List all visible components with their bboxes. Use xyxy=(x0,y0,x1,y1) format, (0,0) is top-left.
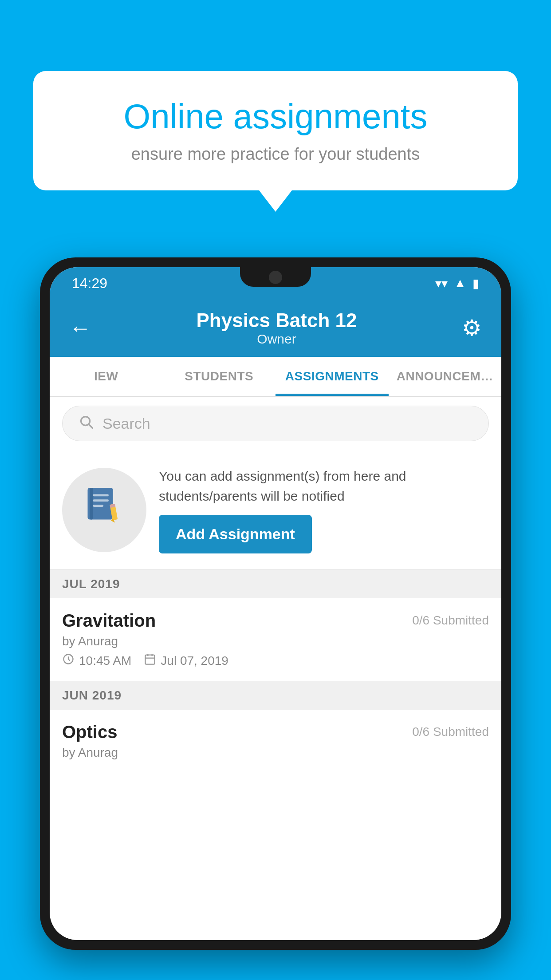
promo-icon-circle xyxy=(62,468,146,552)
tab-students[interactable]: STUDENTS xyxy=(163,357,276,396)
speech-bubble-card: Online assignments ensure more practice … xyxy=(33,71,518,190)
signal-icon: ▲ xyxy=(454,276,466,290)
tab-assignments[interactable]: ASSIGNMENTS xyxy=(276,357,389,396)
add-assignment-button[interactable]: Add Assignment xyxy=(159,515,312,553)
svg-line-1 xyxy=(89,424,92,428)
app-bar-title: Physics Batch 12 xyxy=(91,309,462,332)
assignment-submitted-optics: 0/6 Submitted xyxy=(412,722,489,739)
calendar-icon xyxy=(144,653,156,668)
phone-camera xyxy=(269,271,282,284)
tab-iew[interactable]: IEW xyxy=(50,357,163,396)
svg-rect-4 xyxy=(93,494,109,496)
month-header-jun: JUN 2019 xyxy=(50,681,501,710)
tabs-row: IEW STUDENTS ASSIGNMENTS ANNOUNCEM… xyxy=(50,357,501,397)
phone-mockup: 14:29 ▾▾ ▲ ▮ ← Physics Batch 12 Owner ⚙ xyxy=(40,257,511,980)
status-time: 14:29 xyxy=(72,275,107,292)
search-icon xyxy=(79,414,94,433)
status-icons: ▾▾ ▲ ▮ xyxy=(435,276,479,291)
meta-date-gravitation: Jul 07, 2019 xyxy=(144,653,228,668)
svg-rect-5 xyxy=(93,499,109,502)
assignment-item-optics[interactable]: Optics 0/6 Submitted by Anurag xyxy=(50,710,501,777)
promo-text: You can add assignment(s) from here and … xyxy=(159,466,489,506)
promo-content: You can add assignment(s) from here and … xyxy=(159,466,489,553)
settings-icon[interactable]: ⚙ xyxy=(462,315,482,341)
month-header-jul: JUL 2019 xyxy=(50,570,501,598)
assignment-name-gravitation: Gravitation xyxy=(62,611,156,631)
assignment-row1-optics: Optics 0/6 Submitted xyxy=(62,722,489,742)
notebook-icon xyxy=(83,485,126,535)
app-bar: ← Physics Batch 12 Owner ⚙ xyxy=(50,299,501,357)
clock-icon xyxy=(62,653,75,668)
assignment-item-gravitation[interactable]: Gravitation 0/6 Submitted by Anurag 10:4… xyxy=(50,598,501,681)
meta-time-gravitation: 10:45 AM xyxy=(62,653,131,668)
battery-icon: ▮ xyxy=(472,276,479,291)
app-bar-title-section: Physics Batch 12 Owner xyxy=(91,309,462,347)
svg-rect-3 xyxy=(90,488,93,519)
wifi-icon: ▾▾ xyxy=(435,276,448,291)
assignment-name-optics: Optics xyxy=(62,722,117,742)
svg-rect-6 xyxy=(93,505,103,507)
assignment-by-optics: by Anurag xyxy=(62,746,489,760)
tab-announcements[interactable]: ANNOUNCEM… xyxy=(389,357,502,396)
promo-block: You can add assignment(s) from here and … xyxy=(50,450,501,570)
svg-rect-11 xyxy=(146,655,155,664)
assignment-row1: Gravitation 0/6 Submitted xyxy=(62,611,489,631)
search-placeholder: Search xyxy=(102,415,472,432)
assignment-by-gravitation: by Anurag xyxy=(62,634,489,648)
assignment-meta-gravitation: 10:45 AM Jul 07, 2019 xyxy=(62,653,489,668)
search-container: Search xyxy=(50,397,501,450)
bubble-title: Online assignments xyxy=(64,98,487,136)
assignment-submitted-gravitation: 0/6 Submitted xyxy=(412,611,489,628)
phone-outer: 14:29 ▾▾ ▲ ▮ ← Physics Batch 12 Owner ⚙ xyxy=(40,257,511,950)
phone-screen: 14:29 ▾▾ ▲ ▮ ← Physics Batch 12 Owner ⚙ xyxy=(50,267,501,940)
search-bar[interactable]: Search xyxy=(62,406,489,441)
promo-speech-bubble: Online assignments ensure more practice … xyxy=(33,71,518,190)
app-bar-subtitle: Owner xyxy=(91,332,462,347)
bubble-subtitle: ensure more practice for your students xyxy=(64,145,487,164)
back-icon[interactable]: ← xyxy=(69,315,91,341)
